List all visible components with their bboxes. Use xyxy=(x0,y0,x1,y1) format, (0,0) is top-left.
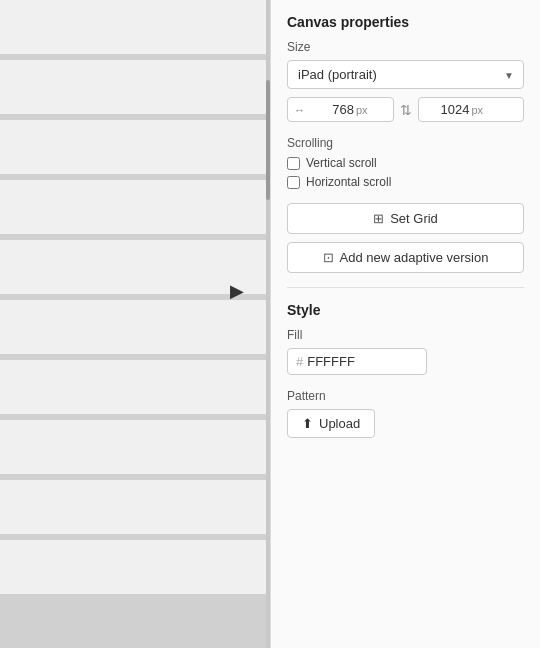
canvas-strip-1 xyxy=(0,0,270,60)
set-grid-label: Set Grid xyxy=(390,211,438,226)
fill-input[interactable] xyxy=(307,354,387,369)
width-input-wrap[interactable]: ↔ px xyxy=(287,97,394,122)
divider xyxy=(287,287,524,288)
canvas-properties-title: Canvas properties xyxy=(287,14,524,30)
dimension-row: ↔ px ⇅ px xyxy=(287,97,524,122)
upload-button[interactable]: ⬆ Upload xyxy=(287,409,375,438)
horizontal-scroll-label: Horizontal scroll xyxy=(306,175,391,189)
add-adaptive-button[interactable]: ⊡ Add new adaptive version xyxy=(287,242,524,273)
vertical-scroll-row: Vertical scroll xyxy=(287,156,524,170)
adaptive-icon: ⊡ xyxy=(323,250,334,265)
scrolling-section: Scrolling Vertical scroll Horizontal scr… xyxy=(287,136,524,189)
vertical-scroll-label: Vertical scroll xyxy=(306,156,377,170)
size-dropdown[interactable]: iPad (portrait) iPad (landscape) iPhone … xyxy=(287,60,524,89)
set-grid-button[interactable]: ⊞ Set Grid xyxy=(287,203,524,234)
height-input[interactable] xyxy=(425,102,470,117)
width-input[interactable] xyxy=(309,102,354,117)
add-adaptive-label: Add new adaptive version xyxy=(340,250,489,265)
fill-hash: # xyxy=(296,354,303,369)
canvas-strip-4 xyxy=(0,180,270,240)
canvas-strip-7 xyxy=(0,360,270,420)
height-input-wrap[interactable]: px xyxy=(418,97,525,122)
size-dropdown-wrapper[interactable]: iPad (portrait) iPad (landscape) iPhone … xyxy=(287,60,524,89)
fill-label: Fill xyxy=(287,328,524,342)
canvas-strip-5 xyxy=(0,240,270,300)
canvas-area: ▶ xyxy=(0,0,270,648)
canvas-strip-3 xyxy=(0,120,270,180)
width-arrow-icon: ↔ xyxy=(294,104,305,116)
pattern-label: Pattern xyxy=(287,389,524,403)
size-label: Size xyxy=(287,40,524,54)
upload-icon: ⬆ xyxy=(302,416,313,431)
properties-panel: Canvas properties Size iPad (portrait) i… xyxy=(270,0,540,648)
canvas-strip-2 xyxy=(0,60,270,120)
canvas-strip-8 xyxy=(0,420,270,480)
fill-input-wrap[interactable]: # xyxy=(287,348,427,375)
canvas-scrollbar[interactable] xyxy=(266,0,270,648)
style-title: Style xyxy=(287,302,524,318)
canvas-strip-9 xyxy=(0,480,270,540)
horizontal-scroll-checkbox[interactable] xyxy=(287,176,300,189)
swap-icon[interactable]: ⇅ xyxy=(400,102,412,118)
upload-label: Upload xyxy=(319,416,360,431)
canvas-scrollbar-thumb[interactable] xyxy=(266,80,270,200)
width-unit: px xyxy=(356,104,368,116)
grid-icon: ⊞ xyxy=(373,211,384,226)
scrolling-label: Scrolling xyxy=(287,136,524,150)
canvas-strip-6 xyxy=(0,300,270,360)
style-section: Style Fill # Pattern ⬆ Upload xyxy=(287,302,524,438)
horizontal-scroll-row: Horizontal scroll xyxy=(287,175,524,189)
canvas-strip-10 xyxy=(0,540,270,600)
height-unit: px xyxy=(472,104,484,116)
vertical-scroll-checkbox[interactable] xyxy=(287,157,300,170)
